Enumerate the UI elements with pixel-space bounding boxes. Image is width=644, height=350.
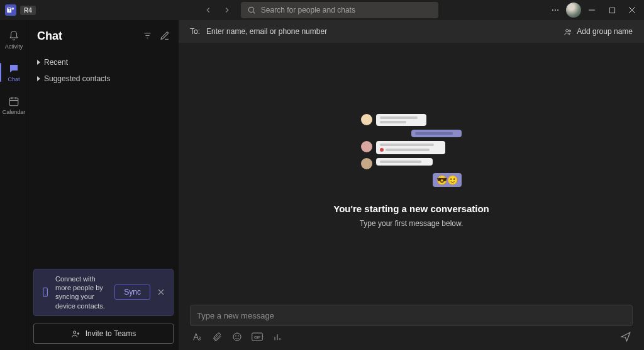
rail-label: Calendar xyxy=(3,109,26,115)
poll-icon[interactable] xyxy=(272,331,283,342)
add-group-name-button[interactable]: Add group name xyxy=(564,27,633,37)
sync-card-close-icon[interactable] xyxy=(155,289,167,295)
section-recent[interactable]: Recent xyxy=(28,54,179,71)
svg-point-31 xyxy=(238,336,238,336)
invite-label: Invite to Teams xyxy=(86,329,136,338)
filter-icon[interactable] xyxy=(143,31,152,41)
svg-point-29 xyxy=(233,333,241,341)
sync-button[interactable]: Sync xyxy=(114,285,150,300)
empty-state-subtitle: Type your first message below. xyxy=(360,219,464,228)
org-badge: R4 xyxy=(20,6,36,15)
nav-back-button[interactable] xyxy=(199,1,217,19)
rail-label: Chat xyxy=(8,76,19,82)
svg-point-7 xyxy=(557,9,558,11)
svg-rect-9 xyxy=(609,8,614,13)
svg-text:GIF: GIF xyxy=(254,336,260,339)
maximize-button[interactable] xyxy=(602,1,621,20)
compose-input[interactable]: Type a new message xyxy=(190,305,633,326)
caret-right-icon xyxy=(37,60,40,65)
section-label: Suggested contacts xyxy=(44,74,110,83)
user-avatar[interactable] xyxy=(566,3,581,18)
people-add-icon xyxy=(71,329,80,339)
chat-icon xyxy=(8,62,20,75)
svg-point-26 xyxy=(566,29,569,31)
svg-text:T: T xyxy=(8,8,11,12)
svg-point-27 xyxy=(569,30,571,31)
phone-icon xyxy=(40,287,50,297)
svg-point-5 xyxy=(552,9,553,11)
svg-rect-12 xyxy=(9,98,18,106)
search-icon xyxy=(247,6,256,14)
close-button[interactable] xyxy=(623,1,641,20)
svg-point-6 xyxy=(555,9,556,11)
compose-placeholder: Type a new message xyxy=(197,311,274,320)
section-suggested-contacts[interactable]: Suggested contacts xyxy=(28,71,179,87)
add-group-label: Add group name xyxy=(577,27,633,36)
empty-state: 😎🙂 You're starting a new conversation Ty… xyxy=(179,43,644,298)
rail-item-calendar[interactable]: Calendar xyxy=(0,91,28,120)
emoji-icon[interactable] xyxy=(231,331,243,342)
svg-point-23 xyxy=(73,331,75,334)
panel-title: Chat xyxy=(37,30,62,43)
gif-icon[interactable]: GIF xyxy=(252,331,263,342)
send-button[interactable] xyxy=(620,331,631,342)
to-label: To: xyxy=(190,27,200,36)
empty-state-title: You're starting a new conversation xyxy=(333,203,489,214)
app-rail: Activity Chat Calendar xyxy=(0,20,28,350)
svg-point-30 xyxy=(235,336,236,336)
svg-point-3 xyxy=(248,7,253,12)
invite-to-teams-button[interactable]: Invite to Teams xyxy=(33,324,174,344)
search-placeholder: Search for people and chats xyxy=(261,6,355,14)
recipient-input[interactable]: Enter name, email or phone number xyxy=(206,27,557,36)
new-chat-icon[interactable] xyxy=(160,31,170,41)
section-label: Recent xyxy=(44,58,68,67)
teams-app-icon: T xyxy=(5,4,16,16)
sync-contacts-card: Connect with more people by syncing your… xyxy=(33,269,174,316)
attach-icon[interactable] xyxy=(211,331,223,342)
more-options-button[interactable] xyxy=(546,1,565,20)
rail-label: Activity xyxy=(5,43,23,50)
group-icon xyxy=(564,27,573,37)
bell-icon xyxy=(8,30,20,42)
sync-card-text: Connect with more people by syncing your… xyxy=(55,274,109,310)
chat-content: To: Enter name, email or phone number Ad… xyxy=(179,20,644,350)
calendar-icon xyxy=(8,95,20,108)
caret-right-icon xyxy=(37,76,40,81)
rail-item-activity[interactable]: Activity xyxy=(0,25,28,54)
chat-list-panel: Chat Recent Suggested contact xyxy=(28,20,179,350)
svg-line-4 xyxy=(253,12,255,14)
rail-item-chat[interactable]: Chat xyxy=(0,58,28,87)
svg-point-2 xyxy=(12,8,14,9)
search-input[interactable]: Search for people and chats xyxy=(241,2,438,18)
recipient-bar: To: Enter name, email or phone number Ad… xyxy=(179,20,644,43)
title-bar: T R4 Search for people and chats xyxy=(0,0,644,20)
conversation-illustration: 😎🙂 xyxy=(361,114,462,187)
nav-forward-button[interactable] xyxy=(218,1,236,19)
minimize-button[interactable] xyxy=(582,1,601,20)
message-composer: Type a new message GIF xyxy=(179,298,644,350)
format-icon[interactable] xyxy=(191,331,203,342)
